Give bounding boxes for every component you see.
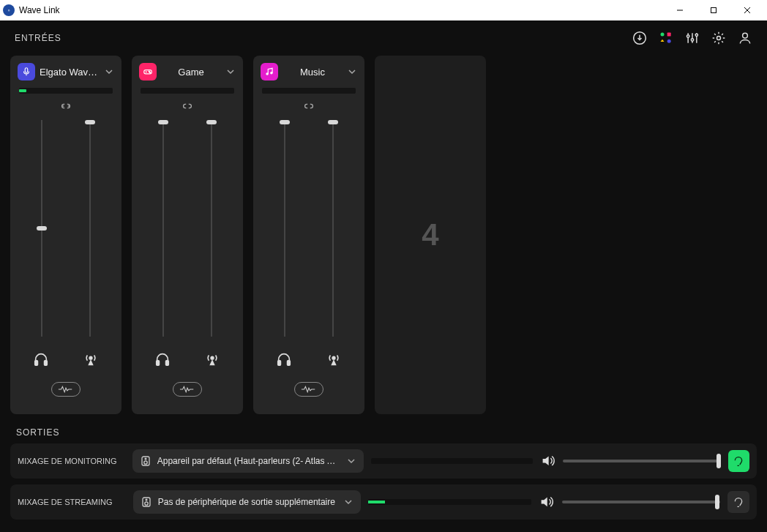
svg-rect-32	[288, 361, 291, 365]
svg-point-33	[332, 356, 335, 359]
headphones-icon[interactable]	[274, 350, 293, 369]
volume-slider-streaming[interactable]	[562, 501, 721, 503]
empty-input-slot[interactable]: 4	[375, 56, 486, 414]
broadcast-icon[interactable]	[81, 350, 100, 369]
input-level-meter	[262, 88, 356, 94]
fader-stream[interactable]	[328, 120, 338, 337]
svg-point-35	[144, 461, 147, 464]
effects-button[interactable]	[294, 382, 323, 397]
svg-point-7	[667, 40, 671, 43]
svg-point-25	[149, 72, 150, 72]
svg-rect-31	[278, 361, 281, 365]
app-title: Wave Link	[19, 5, 663, 15]
profile-icon[interactable]	[738, 31, 752, 45]
output-row-streaming: MIXAGE DE STREAMING Pas de périphérique …	[10, 484, 757, 520]
svg-point-30	[271, 72, 272, 74]
mic-icon	[18, 63, 35, 80]
fader-monitor[interactable]	[37, 120, 47, 337]
window-close-button[interactable]	[730, 0, 764, 20]
header-bar: ENTRÉES	[0, 20, 767, 56]
chevron-down-icon[interactable]	[104, 67, 114, 77]
app-icon: ◦	[3, 4, 15, 16]
svg-rect-27	[166, 361, 169, 365]
svg-point-15	[743, 33, 748, 38]
svg-rect-6	[667, 33, 671, 37]
output-label: MIXAGE DE MONITORING	[18, 457, 125, 465]
svg-point-14	[717, 37, 721, 40]
fader-monitor[interactable]	[280, 120, 290, 337]
svg-point-36	[145, 458, 146, 460]
input-card: Game	[132, 56, 243, 414]
svg-point-5	[661, 33, 665, 37]
music-icon	[261, 63, 278, 80]
download-icon[interactable]	[632, 31, 647, 45]
svg-point-39	[146, 499, 147, 501]
outputs-section-label: SORTIES	[0, 414, 767, 443]
chevron-down-icon[interactable]	[347, 67, 357, 77]
svg-point-29	[266, 73, 268, 75]
svg-point-28	[211, 356, 214, 359]
speaker-icon	[141, 496, 152, 508]
input-name: Music	[283, 67, 343, 78]
svg-rect-26	[157, 361, 160, 365]
settings-icon[interactable]	[711, 31, 726, 45]
broadcast-icon[interactable]	[203, 350, 222, 369]
svg-point-20	[89, 356, 92, 359]
svg-point-11	[691, 39, 693, 41]
window-minimize-button[interactable]	[663, 0, 697, 20]
link-toggle-icon[interactable]	[59, 101, 73, 111]
device-name: Appareil par défaut (Haut-parleurs (2- A…	[157, 456, 340, 466]
fader-monitor[interactable]	[158, 120, 168, 337]
listen-button-streaming[interactable]	[727, 491, 749, 513]
fader-stream[interactable]	[206, 120, 217, 337]
svg-rect-18	[35, 361, 38, 365]
device-select-streaming[interactable]: Pas de périphérique de sortie supplément…	[133, 490, 362, 514]
listen-button-monitoring[interactable]	[728, 450, 749, 472]
input-level-meter	[141, 88, 234, 94]
link-toggle-icon[interactable]	[180, 101, 195, 111]
volume-icon[interactable]	[540, 453, 556, 469]
window-maximize-button[interactable]	[697, 0, 730, 20]
mixer-icon[interactable]	[685, 31, 700, 45]
chevron-down-icon	[343, 497, 353, 507]
effects-button[interactable]	[173, 382, 202, 397]
input-name: Game	[161, 67, 221, 78]
svg-rect-1	[711, 8, 717, 13]
svg-rect-16	[25, 68, 28, 72]
volume-slider-monitoring[interactable]	[563, 460, 720, 462]
inputs-section-label: ENTRÉES	[15, 33, 632, 43]
svg-point-9	[687, 35, 689, 37]
headphones-icon[interactable]	[31, 350, 50, 369]
effects-button[interactable]	[51, 382, 81, 397]
svg-point-38	[145, 502, 148, 505]
svg-rect-19	[45, 361, 48, 365]
gamepad-icon	[139, 63, 157, 80]
output-level-meter	[368, 499, 531, 505]
input-card: Music	[253, 56, 364, 414]
headphones-icon[interactable]	[153, 350, 172, 369]
input-card: Elgato Wave …	[10, 56, 121, 414]
input-name: Elgato Wave …	[40, 67, 100, 78]
input-level-meter	[19, 88, 113, 94]
broadcast-icon[interactable]	[324, 350, 343, 369]
device-select-monitoring[interactable]: Appareil par défaut (Haut-parleurs (2- A…	[132, 449, 364, 473]
volume-icon[interactable]	[539, 494, 555, 510]
apps-grid-icon[interactable]	[659, 31, 673, 45]
link-toggle-icon[interactable]	[302, 101, 316, 111]
inputs-grid: Elgato Wave … Game	[0, 56, 767, 414]
output-row-monitoring: MIXAGE DE MONITORING Appareil par défaut…	[10, 443, 757, 479]
speaker-icon	[140, 455, 151, 467]
chevron-down-icon	[346, 456, 356, 466]
fader-stream[interactable]	[85, 120, 95, 337]
window-titlebar: ◦ Wave Link	[0, 0, 767, 20]
output-level-meter	[371, 458, 533, 464]
output-label: MIXAGE DE STREAMING	[18, 498, 126, 506]
device-name: Pas de périphérique de sortie supplément…	[158, 497, 338, 507]
chevron-down-icon[interactable]	[225, 67, 236, 77]
svg-point-13	[695, 34, 697, 36]
